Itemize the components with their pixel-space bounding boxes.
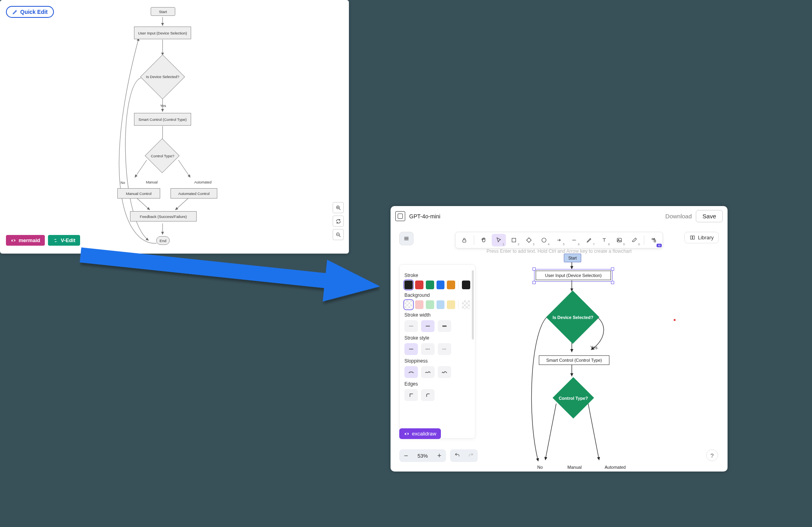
stroke-width-thin[interactable] <box>404 320 418 332</box>
redo-icon <box>468 452 474 458</box>
stroke-width-mid[interactable] <box>421 320 435 332</box>
zoom-out-button[interactable]: − <box>399 449 413 462</box>
sloppiness-cartoon[interactable] <box>438 366 451 378</box>
selection-tool[interactable]: 1 <box>492 234 506 246</box>
library-button[interactable]: Library <box>684 232 719 243</box>
hand-tool[interactable] <box>477 234 491 246</box>
sel-handle-ne[interactable] <box>611 267 614 271</box>
vedit-badge[interactable]: V-Edit <box>48 235 80 246</box>
menu-button[interactable] <box>399 232 414 245</box>
bg-transparent[interactable] <box>404 300 413 309</box>
edge-yes: Yes <box>160 104 166 108</box>
gear-icon <box>11 238 16 243</box>
arrow-icon <box>556 237 562 243</box>
redo-button[interactable] <box>464 450 477 461</box>
node-is-selected-label: Is Device Selected? <box>139 74 186 79</box>
shapes-icon <box>651 237 657 243</box>
zoom-out-button[interactable] <box>333 229 344 240</box>
bg-green[interactable] <box>426 300 434 309</box>
hand-icon <box>481 237 487 243</box>
ai-tool[interactable]: AI <box>647 234 661 246</box>
save-button[interactable]: Save <box>696 210 723 222</box>
gear-icon <box>404 431 410 437</box>
red-dot-marker <box>674 319 676 321</box>
edges-sharp[interactable] <box>404 389 418 401</box>
right-editor-panel: GPT-4o-mini Download Save 1 2 3 4 5 6 7 … <box>391 206 728 472</box>
zoom-value[interactable]: 53% <box>413 453 433 459</box>
image-icon <box>616 237 622 243</box>
stroke-color-green[interactable] <box>426 281 434 289</box>
undo-icon <box>454 452 460 458</box>
draw-tool[interactable]: 7 <box>582 234 596 246</box>
model-name: GPT-4o-mini <box>409 213 440 220</box>
line-icon <box>571 237 577 243</box>
download-button[interactable]: Download <box>665 213 692 220</box>
refresh-icon <box>335 218 341 224</box>
svg-rect-5 <box>512 238 515 242</box>
bg-pink[interactable] <box>415 300 423 309</box>
diamond-tool[interactable]: 3 <box>522 234 536 246</box>
right-header: GPT-4o-mini Download Save <box>391 206 728 226</box>
sloppiness-artist[interactable] <box>421 366 435 378</box>
eraser-icon <box>631 237 638 243</box>
mermaid-badge-label: mermaid <box>19 237 40 243</box>
stroke-color-red[interactable] <box>415 281 423 289</box>
shape-properties-panel: Stroke Background Stroke width <box>399 264 475 439</box>
lock-icon <box>461 237 467 243</box>
sloppiness-arch[interactable] <box>404 366 418 378</box>
stroke-current[interactable] <box>462 281 470 289</box>
ellipse-tool[interactable]: 4 <box>537 234 551 246</box>
edge-manual: Manual <box>146 180 158 184</box>
mermaid-flowchart: Start User Input (Device Selection) Is D… <box>0 0 349 254</box>
edges-round[interactable] <box>421 389 435 401</box>
library-label: Library <box>698 235 714 241</box>
stroke-style-dotted[interactable] <box>438 343 451 355</box>
line-tool[interactable]: 6 <box>567 234 581 246</box>
text-icon <box>601 237 607 243</box>
zoom-group: − 53% + <box>399 449 446 462</box>
undo-button[interactable] <box>451 450 463 461</box>
sel-handle-se[interactable] <box>611 281 614 284</box>
edge-no: No <box>537 465 543 470</box>
arrow-tool[interactable]: 5 <box>552 234 566 246</box>
lock-tool[interactable] <box>457 234 471 246</box>
eraser-tool[interactable]: 0 <box>627 234 642 246</box>
scrollbar[interactable] <box>472 270 474 340</box>
bg-blue[interactable] <box>437 300 445 309</box>
bg-current[interactable] <box>462 300 470 309</box>
stroke-color-black[interactable] <box>404 281 413 289</box>
book-icon <box>689 235 695 241</box>
mermaid-badge[interactable]: mermaid <box>6 235 45 246</box>
swap-icon <box>53 238 58 243</box>
vedit-badge-label: V-Edit <box>61 237 75 243</box>
sel-handle-nw[interactable] <box>532 267 536 271</box>
svg-rect-4 <box>463 240 466 242</box>
edge-manual: Manual <box>567 465 582 470</box>
drawing-canvas[interactable]: 1 2 3 4 5 6 7 8 9 0 AI Library Press Ent… <box>396 228 722 466</box>
zoom-in-button[interactable] <box>333 202 344 213</box>
stroke-style-solid[interactable] <box>404 343 418 355</box>
stroke-width-thick[interactable] <box>438 320 451 332</box>
bottom-badges: mermaid V-Edit <box>6 235 80 246</box>
image-tool[interactable]: 9 <box>612 234 626 246</box>
excalidraw-badge[interactable]: excalidraw <box>399 428 441 439</box>
zoom-in-button[interactable]: + <box>433 449 446 462</box>
node-control-type-label: Control Type? <box>139 154 186 158</box>
undo-redo-group <box>450 449 478 462</box>
stroke-color-blue[interactable] <box>437 281 445 289</box>
bottom-controls: − 53% + <box>399 449 478 462</box>
sel-handle-sw[interactable] <box>532 281 536 284</box>
stroke-style-dashed[interactable] <box>421 343 435 355</box>
text-tool[interactable]: 8 <box>597 234 611 246</box>
pencil-icon <box>586 237 592 243</box>
rectangle-tool[interactable]: 2 <box>507 234 521 246</box>
stroke-label: Stroke <box>404 273 470 278</box>
node-control-type-label: Control Type? <box>555 390 591 407</box>
node-smart-control[interactable]: Smart Control (Control Type) <box>539 355 609 365</box>
bg-yellow[interactable] <box>447 300 455 309</box>
zoom-reset-button[interactable] <box>333 216 344 227</box>
node-start[interactable]: Start <box>564 254 581 262</box>
circle-icon <box>541 237 547 243</box>
left-zoom-toolbar <box>333 202 344 240</box>
stroke-color-orange[interactable] <box>447 281 455 289</box>
